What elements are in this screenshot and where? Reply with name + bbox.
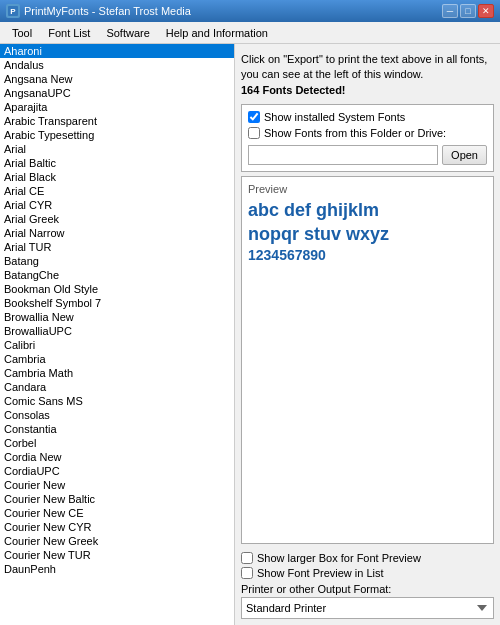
font-list[interactable]: AharoniAndalusAngsana NewAngsanaUPCApara… [0, 44, 234, 625]
preview-line2: nopqr stuv wxyz [248, 223, 487, 246]
font-item[interactable]: Arabic Transparent [0, 114, 234, 128]
font-item[interactable]: DaunPenh [0, 562, 234, 576]
right-panel: Click on "Export" to print the text abov… [235, 44, 500, 625]
show-larger-box-label: Show larger Box for Font Preview [257, 552, 421, 564]
fonts-detected: 164 Fonts Detected! [241, 84, 346, 96]
font-item[interactable]: Arial Black [0, 170, 234, 184]
printer-section: Printer or other Output Format: Standard… [241, 583, 494, 619]
font-item[interactable]: Arial CE [0, 184, 234, 198]
window-title: PrintMyFonts - Stefan Trost Media [24, 5, 191, 17]
font-item[interactable]: Arial Greek [0, 212, 234, 226]
menu-bar: Tool Font List Software Help and Informa… [0, 22, 500, 44]
show-preview-in-list-checkbox[interactable] [241, 567, 253, 579]
font-item[interactable]: Andalus [0, 58, 234, 72]
printer-select[interactable]: Standard Printer PDF XPS [241, 597, 494, 619]
larger-box-row: Show larger Box for Font Preview [241, 552, 494, 564]
font-item[interactable]: AngsanaUPC [0, 86, 234, 100]
font-item[interactable]: BrowalliaUPC [0, 324, 234, 338]
font-item[interactable]: Bookshelf Symbol 7 [0, 296, 234, 310]
font-item[interactable]: Cambria Math [0, 366, 234, 380]
folder-fonts-row: Show Fonts from this Folder or Drive: [248, 127, 487, 139]
preview-box: Preview abc def ghijklm nopqr stuv wxyz … [241, 176, 494, 544]
printer-label: Printer or other Output Format: [241, 583, 494, 595]
menu-tool[interactable]: Tool [4, 25, 40, 41]
show-folder-fonts-checkbox[interactable] [248, 127, 260, 139]
menu-help[interactable]: Help and Information [158, 25, 276, 41]
export-info: Click on "Export" to print the text abov… [241, 50, 494, 100]
font-item[interactable]: Courier New CYR [0, 520, 234, 534]
font-item[interactable]: Arial CYR [0, 198, 234, 212]
show-larger-box-checkbox[interactable] [241, 552, 253, 564]
main-content: AharoniAndalusAngsana NewAngsanaUPCApara… [0, 44, 500, 625]
show-system-fonts-checkbox[interactable] [248, 111, 260, 123]
menu-font-list[interactable]: Font List [40, 25, 98, 41]
maximize-button[interactable]: □ [460, 4, 476, 18]
show-system-fonts-label: Show installed System Fonts [264, 111, 405, 123]
font-list-container: AharoniAndalusAngsana NewAngsanaUPCApara… [0, 44, 234, 625]
font-item[interactable]: Comic Sans MS [0, 394, 234, 408]
font-item[interactable]: Courier New Greek [0, 534, 234, 548]
preview-line1: abc def ghijklm [248, 199, 487, 222]
font-item[interactable]: Cordia New [0, 450, 234, 464]
preview-numbers: 1234567890 [248, 246, 487, 266]
app-icon: P [6, 4, 20, 18]
font-item[interactable]: Bookman Old Style [0, 282, 234, 296]
font-item[interactable]: BatangChe [0, 268, 234, 282]
font-item[interactable]: Browallia New [0, 310, 234, 324]
font-item[interactable]: Constantia [0, 422, 234, 436]
folder-path-input[interactable] [248, 145, 438, 165]
options-box: Show installed System Fonts Show Fonts f… [241, 104, 494, 172]
font-item[interactable]: Arial Baltic [0, 156, 234, 170]
font-item[interactable]: Consolas [0, 408, 234, 422]
show-preview-in-list-label: Show Font Preview in List [257, 567, 384, 579]
preview-options: Show larger Box for Font Preview Show Fo… [241, 552, 494, 579]
font-item[interactable]: Arial Narrow [0, 226, 234, 240]
close-button[interactable]: ✕ [478, 4, 494, 18]
open-button[interactable]: Open [442, 145, 487, 165]
font-item[interactable]: Calibri [0, 338, 234, 352]
font-item[interactable]: Arabic Typesetting [0, 128, 234, 142]
font-item[interactable]: Arial TUR [0, 240, 234, 254]
menu-software[interactable]: Software [98, 25, 157, 41]
font-item[interactable]: Arial [0, 142, 234, 156]
title-bar: P PrintMyFonts - Stefan Trost Media ─ □ … [0, 0, 500, 22]
font-item[interactable]: Courier New TUR [0, 548, 234, 562]
font-item[interactable]: Corbel [0, 436, 234, 450]
show-folder-fonts-label: Show Fonts from this Folder or Drive: [264, 127, 446, 139]
font-item[interactable]: Candara [0, 380, 234, 394]
title-bar-title: P PrintMyFonts - Stefan Trost Media [6, 4, 191, 18]
preview-content: abc def ghijklm nopqr stuv wxyz 12345678… [248, 199, 487, 265]
preview-label: Preview [248, 183, 487, 195]
minimize-button[interactable]: ─ [442, 4, 458, 18]
font-item[interactable]: Angsana New [0, 72, 234, 86]
font-item[interactable]: CordiaUPC [0, 464, 234, 478]
system-fonts-row: Show installed System Fonts [248, 111, 487, 123]
export-description: Click on "Export" to print the text abov… [241, 53, 487, 80]
folder-input-row: Open [248, 145, 487, 165]
font-item[interactable]: Courier New CE [0, 506, 234, 520]
font-item[interactable]: Aharoni [0, 44, 234, 58]
preview-in-list-row: Show Font Preview in List [241, 567, 494, 579]
window-controls: ─ □ ✕ [442, 4, 494, 18]
font-item[interactable]: Cambria [0, 352, 234, 366]
font-item[interactable]: Courier New Baltic [0, 492, 234, 506]
font-item[interactable]: Batang [0, 254, 234, 268]
left-panel: AharoniAndalusAngsana NewAngsanaUPCApara… [0, 44, 235, 625]
svg-text:P: P [10, 7, 16, 16]
font-item[interactable]: Aparajita [0, 100, 234, 114]
font-item[interactable]: Courier New [0, 478, 234, 492]
